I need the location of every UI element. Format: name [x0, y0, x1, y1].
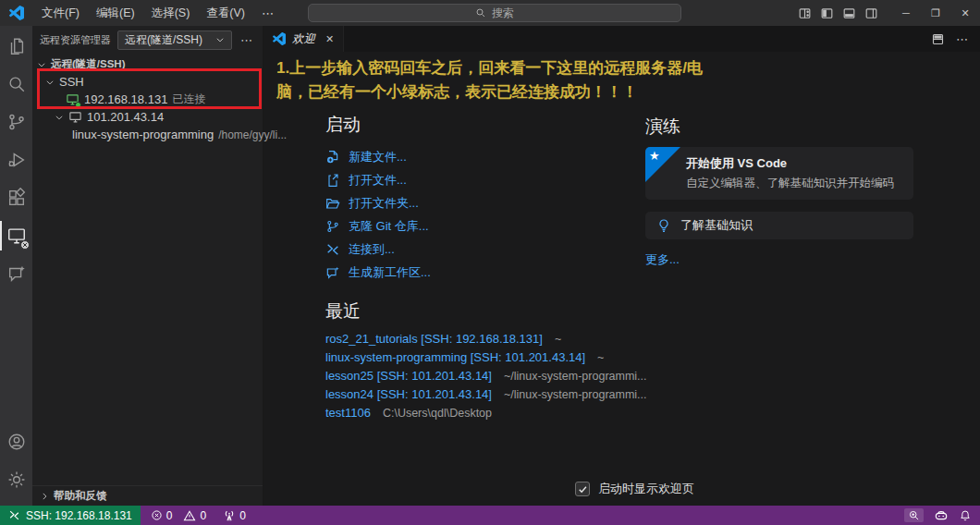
recent-link[interactable]: ros2_21_tutorials [SSH: 192.168.18.131] [325, 332, 543, 346]
warnings-item[interactable]: 0 [183, 509, 206, 522]
errors-item[interactable]: 0 [151, 509, 173, 522]
recent-heading: 最近 [325, 299, 645, 324]
start-item-label: 生成新工作区... [349, 264, 431, 281]
search-icon [475, 7, 486, 18]
recent-item[interactable]: test1106 C:\Users\qdl\Desktop [325, 406, 645, 424]
welcome-page: 1.上一步输入密码回车之后，回来看一下这里的远程服务器/电 脑，已经有一个小绿标… [263, 52, 980, 506]
start-connect-to[interactable]: 连接到... [325, 238, 645, 261]
start-item-label: 连接到... [349, 241, 395, 258]
status-bar: SSH: 192.168.18.131 0 0 0 [0, 506, 980, 525]
radio-tower-icon [223, 509, 236, 522]
recent-item[interactable]: lesson24 [SSH: 101.201.43.14] ~/linux-sy… [325, 387, 645, 406]
host-name: 101.201.43.14 [87, 110, 164, 124]
recent-item[interactable]: linux-system-programming [SSH: 101.201.4… [325, 350, 645, 369]
copilot-status-icon[interactable] [934, 508, 949, 523]
remote-indicator[interactable]: SSH: 192.168.18.131 [0, 506, 141, 525]
tutorial-annotation: 1.上一步输入密码回车之后，回来看一下这里的远程服务器/电 脑，已经有一个小绿标… [276, 56, 850, 104]
settings-button[interactable] [0, 468, 32, 492]
menu-edit[interactable]: 编辑(E) [88, 0, 143, 26]
monitor-icon [68, 110, 82, 124]
minimize-button[interactable]: ─ [891, 0, 921, 26]
account-icon [6, 432, 27, 452]
recent-link[interactable]: test1106 [325, 406, 371, 420]
recent-item[interactable]: lesson25 [SSH: 101.201.43.14] ~/linux-sy… [325, 369, 645, 387]
activity-run-debug[interactable] [0, 148, 32, 172]
toggle-secondary-sidebar-icon[interactable] [864, 6, 878, 20]
errors-count: 0 [166, 509, 173, 522]
close-button[interactable]: ✕ [950, 0, 980, 26]
activity-search[interactable] [0, 72, 32, 96]
chevron-right-icon [40, 492, 49, 501]
recent-item[interactable]: ros2_21_tutorials [SSH: 192.168.18.131] … [325, 332, 645, 350]
walkthrough-card-title: 开始使用 VS Code [686, 155, 902, 172]
tree-item-host-connected[interactable]: 192.168.18.131 已连接 [32, 91, 263, 108]
customize-layout-icon[interactable] [798, 6, 812, 20]
ports-item[interactable]: 0 [223, 509, 246, 522]
remote-type-dropdown[interactable]: 远程(隧道/SSH) [117, 31, 232, 50]
show-welcome-checkbox-row[interactable]: 启动时显示欢迎页 [575, 481, 694, 497]
menu-file[interactable]: 文件(F) [33, 0, 88, 26]
toggle-primary-sidebar-icon[interactable] [820, 6, 834, 20]
chevron-down-icon [215, 35, 225, 44]
recent-link[interactable]: lesson24 [SSH: 101.201.43.14] [325, 387, 492, 401]
open-file-icon [325, 173, 340, 188]
chevron-down-icon [45, 78, 55, 87]
activity-explorer[interactable] [0, 34, 32, 58]
start-item-label: 新建文件... [349, 149, 407, 165]
walkthroughs-more-link[interactable]: 更多... [645, 251, 680, 268]
sidebar-remote-explorer: 远程资源管理器 远程(隧道/SSH) ⋯ 远程(隧道/SSH) SSH [32, 26, 263, 506]
zoom-indicator[interactable] [904, 508, 924, 522]
host-status: 已连接 [172, 92, 205, 107]
problems-indicator[interactable]: 0 0 0 [141, 506, 246, 525]
activity-chat[interactable] [0, 262, 32, 286]
split-editor-icon[interactable] [931, 32, 945, 46]
activity-bar [0, 26, 32, 506]
vscode-tab-icon [273, 32, 286, 45]
recent-path: ~/linux-system-programmi... [504, 370, 647, 383]
checkbox-checked-icon[interactable] [575, 482, 590, 496]
tree-item-host2[interactable]: 101.201.43.14 [32, 108, 263, 126]
tree-item-ssh[interactable]: SSH [32, 73, 263, 91]
walkthrough-get-started-card[interactable]: ★ 开始使用 VS Code 自定义编辑器、了解基础知识并开始编码 [645, 147, 913, 200]
tab-close-icon[interactable]: ✕ [325, 33, 334, 45]
sidebar-header: 远程资源管理器 远程(隧道/SSH) ⋯ [32, 26, 263, 54]
menu-more-icon[interactable]: ⋯ [253, 6, 283, 20]
walkthrough-card-title: 了解基础知识 [680, 217, 753, 234]
activity-extensions[interactable] [0, 186, 32, 210]
tree-section-label: 远程(隧道/SSH) [51, 57, 126, 71]
recent-path: C:\Users\qdl\Desktop [383, 407, 492, 420]
monitor-connected-icon [66, 92, 80, 106]
start-open-folder[interactable]: 打开文件夹... [325, 191, 645, 214]
zoom-in-icon [908, 509, 920, 521]
source-control-icon [6, 112, 27, 132]
command-center-search[interactable]: 搜索 [308, 4, 681, 22]
tree-section-remote[interactable]: 远程(隧道/SSH) [32, 55, 263, 73]
statusbar-right [904, 506, 980, 525]
menu-view[interactable]: 查看(V) [198, 0, 253, 26]
recent-link[interactable]: lesson25 [SSH: 101.201.43.14] [325, 369, 492, 383]
activity-source-control[interactable] [0, 110, 32, 134]
toggle-panel-icon[interactable] [842, 6, 856, 20]
editor-more-actions-icon[interactable]: ⋯ [956, 32, 969, 46]
activity-remote-explorer[interactable] [0, 224, 32, 248]
restore-button[interactable]: ❐ [921, 0, 950, 26]
bell-icon[interactable] [959, 509, 972, 522]
search-icon [6, 74, 27, 94]
walkthrough-fundamentals-card[interactable]: 了解基础知识 [645, 212, 913, 239]
chevron-down-icon [55, 113, 64, 122]
sidebar-more-actions-icon[interactable]: ⋯ [239, 33, 255, 47]
tree-item-folder[interactable]: linux-system-programming /home/gyy/li... [32, 126, 263, 143]
start-new-workspace[interactable]: 生成新工作区... [325, 261, 645, 284]
extensions-icon [6, 188, 27, 208]
welcome-left-column: 启动 新建文件... 打开文件... 打开文件夹... [325, 113, 645, 424]
remote-icon [325, 242, 340, 257]
tab-welcome[interactable]: 欢迎 ✕ [263, 26, 344, 52]
start-clone-git[interactable]: 克隆 Git 仓库... [325, 214, 645, 238]
start-new-file[interactable]: 新建文件... [325, 145, 645, 168]
accounts-button[interactable] [0, 430, 32, 454]
start-open-file[interactable]: 打开文件... [325, 168, 645, 191]
menu-selection[interactable]: 选择(S) [143, 0, 199, 26]
help-feedback-section[interactable]: 帮助和反馈 [32, 485, 263, 506]
recent-path: ~/linux-system-programmi... [504, 388, 647, 401]
recent-link[interactable]: linux-system-programming [SSH: 101.201.4… [325, 350, 585, 364]
